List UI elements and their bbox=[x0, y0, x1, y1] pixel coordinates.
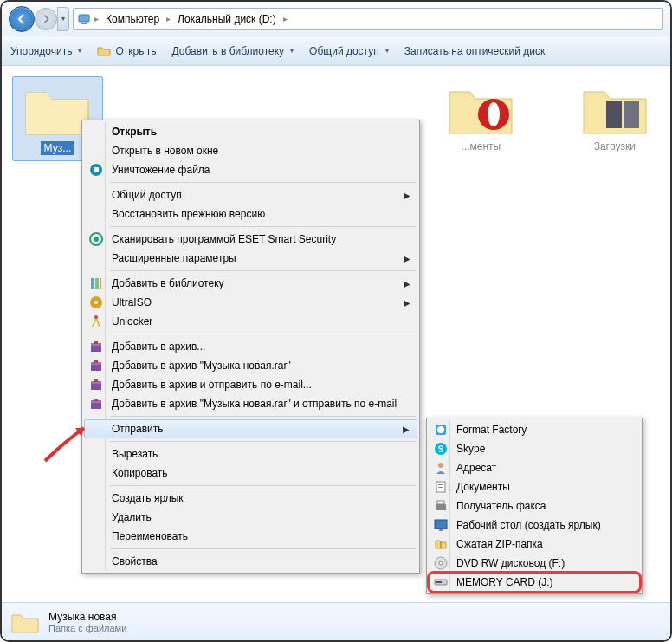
svg-rect-18 bbox=[94, 341, 98, 344]
sub-label: MEMORY CARD (J:) bbox=[456, 576, 553, 588]
chevron-right-icon: ▶ bbox=[403, 425, 410, 434]
svg-rect-12 bbox=[100, 278, 101, 289]
sendto-dvd-drive[interactable]: DVD RW дисковод (F:) bbox=[429, 554, 640, 573]
ctx-winrar-add-named[interactable]: Добавить в архив "Музыка новая.rar" bbox=[84, 356, 417, 375]
crumb-drive-d[interactable]: Локальный диск (D:) bbox=[174, 11, 280, 27]
svg-text:S: S bbox=[438, 444, 444, 454]
folder-downloads[interactable]: Загрузки bbox=[570, 76, 660, 158]
ctx-properties[interactable]: Свойства bbox=[84, 552, 417, 571]
context-menu: Открыть Открыть в новом окне Уничтожение… bbox=[81, 120, 420, 574]
sendto-contact[interactable]: Адресат bbox=[429, 458, 640, 477]
ctx-label: Отправить bbox=[112, 423, 164, 435]
folder-label: Муз... bbox=[41, 141, 75, 155]
sendto-desktop-shortcut[interactable]: Рабочий стол (создать ярлык) bbox=[429, 516, 640, 535]
ctx-destroy-file[interactable]: Уничтожение файла bbox=[84, 160, 417, 179]
format-factory-icon bbox=[434, 423, 448, 437]
svg-rect-36 bbox=[436, 504, 446, 510]
ctx-label: Свойства bbox=[112, 555, 158, 567]
ctx-copy[interactable]: Копировать bbox=[84, 464, 417, 483]
eset-icon bbox=[89, 232, 103, 246]
open-button[interactable]: Открыть bbox=[97, 44, 156, 58]
ctx-eset-advanced[interactable]: Расширенные параметры▶ bbox=[84, 249, 417, 268]
ctx-winrar-add[interactable]: Добавить в архив... bbox=[84, 337, 417, 356]
svg-point-43 bbox=[439, 561, 443, 565]
sub-label: DVD RW дисковод (F:) bbox=[456, 557, 565, 569]
library-icon bbox=[89, 276, 103, 290]
ctx-open-label: Открыть bbox=[112, 126, 157, 138]
chevron-down-icon: ▾ bbox=[78, 47, 81, 55]
svg-rect-45 bbox=[436, 581, 442, 583]
zip-icon bbox=[434, 537, 448, 551]
ctx-create-shortcut[interactable]: Создать ярлык bbox=[84, 489, 417, 508]
svg-point-9 bbox=[94, 237, 99, 242]
back-button[interactable] bbox=[9, 6, 35, 32]
ctx-open[interactable]: Открыть bbox=[84, 122, 417, 141]
sendto-zip[interactable]: Сжатая ZIP-папка bbox=[429, 535, 640, 554]
desktop-icon bbox=[434, 518, 448, 532]
crumb-computer[interactable]: Компьютер bbox=[102, 11, 163, 27]
nav-buttons: ▾ bbox=[9, 6, 69, 32]
arrow-left-icon bbox=[16, 13, 28, 25]
add-to-library-button[interactable]: Добавить в библиотеку▾ bbox=[172, 45, 294, 57]
add-to-library-label: Добавить в библиотеку bbox=[172, 45, 285, 57]
ctx-label: Добавить в архив... bbox=[112, 340, 205, 353]
ctx-label: Уничтожение файла bbox=[112, 164, 210, 176]
svg-rect-11 bbox=[95, 278, 99, 289]
chevron-right-icon: ▸ bbox=[281, 14, 289, 23]
skype-icon: S bbox=[434, 442, 448, 456]
ctx-unlocker[interactable]: Unlocker bbox=[84, 312, 417, 331]
svg-rect-0 bbox=[79, 15, 89, 22]
winrar-icon bbox=[89, 378, 103, 392]
status-bar: Музыка новая Папка с файлами bbox=[2, 602, 670, 640]
shredder-icon bbox=[89, 163, 103, 177]
organize-button[interactable]: Упорядочить▾ bbox=[10, 45, 81, 57]
svg-rect-21 bbox=[94, 360, 98, 363]
ctx-ultraiso[interactable]: UltraISO▶ bbox=[84, 293, 417, 312]
computer-icon bbox=[77, 12, 91, 26]
ctx-label: Unlocker bbox=[112, 315, 152, 327]
ctx-label: Сканировать программой ESET Smart Securi… bbox=[112, 233, 336, 245]
ctx-label: Общий доступ bbox=[112, 189, 182, 201]
folder-icon bbox=[10, 610, 40, 634]
sendto-fax[interactable]: Получатель факса bbox=[429, 496, 640, 516]
sendto-memory-card[interactable]: MEMORY CARD (J:) bbox=[429, 573, 640, 592]
ctx-rename[interactable]: Переименовать bbox=[84, 527, 417, 546]
chevron-down-icon: ▾ bbox=[290, 47, 294, 55]
ctx-open-new-window[interactable]: Открыть в новом окне bbox=[84, 141, 417, 160]
breadcrumb[interactable]: ▸ Компьютер ▸ Локальный диск (D:) ▸ bbox=[73, 8, 663, 30]
sendto-submenu: Format Factory S Skype Адресат Документы… bbox=[426, 418, 643, 594]
sub-label: Skype bbox=[456, 443, 485, 455]
ctx-delete[interactable]: Удалить bbox=[84, 508, 417, 527]
ctx-add-to-library[interactable]: Добавить в библиотеку▶ bbox=[84, 274, 417, 293]
sendto-documents[interactable]: Документы bbox=[429, 477, 640, 496]
ctx-eset-scan[interactable]: Сканировать программой ESET Smart Securi… bbox=[84, 230, 417, 249]
ctx-label: Расширенные параметры bbox=[112, 252, 236, 264]
ctx-winrar-email[interactable]: Добавить в архив и отправить по e-mail..… bbox=[84, 375, 417, 394]
svg-rect-41 bbox=[440, 541, 442, 548]
sendto-skype[interactable]: S Skype bbox=[429, 439, 640, 458]
ctx-cut[interactable]: Вырезать bbox=[84, 444, 417, 464]
folder-obscured[interactable]: ...менты bbox=[436, 76, 526, 158]
ctx-label: UltraISO bbox=[112, 296, 152, 308]
ctx-share[interactable]: Общий доступ▶ bbox=[84, 185, 417, 204]
chevron-down-icon: ▾ bbox=[385, 47, 389, 55]
ctx-restore-previous[interactable]: Восстановить прежнюю версию bbox=[84, 204, 417, 224]
burn-button[interactable]: Записать на оптический диск bbox=[404, 45, 546, 57]
sendto-format-factory[interactable]: Format Factory bbox=[429, 420, 640, 439]
svg-rect-27 bbox=[94, 399, 98, 401]
chevron-right-icon: ▶ bbox=[404, 279, 410, 289]
forward-button[interactable] bbox=[35, 8, 57, 30]
toolbar: Упорядочить▾ Открыть Добавить в библиоте… bbox=[2, 36, 670, 66]
status-title: Музыка новая bbox=[48, 611, 126, 623]
sub-label: Получатель факса bbox=[456, 500, 546, 512]
nav-history-dropdown[interactable]: ▾ bbox=[57, 7, 69, 31]
ctx-label: Переименовать bbox=[112, 530, 188, 542]
organize-label: Упорядочить bbox=[10, 45, 72, 57]
svg-rect-5 bbox=[624, 101, 639, 128]
fax-icon bbox=[434, 499, 448, 513]
share-button[interactable]: Общий доступ▾ bbox=[309, 45, 389, 57]
ctx-send-to[interactable]: Отправить▶ bbox=[84, 419, 417, 438]
chevron-right-icon: ▸ bbox=[165, 14, 172, 23]
chevron-right-icon: ▶ bbox=[404, 254, 410, 263]
ctx-winrar-named-email[interactable]: Добавить в архив "Музыка новая.rar" и от… bbox=[84, 394, 417, 413]
